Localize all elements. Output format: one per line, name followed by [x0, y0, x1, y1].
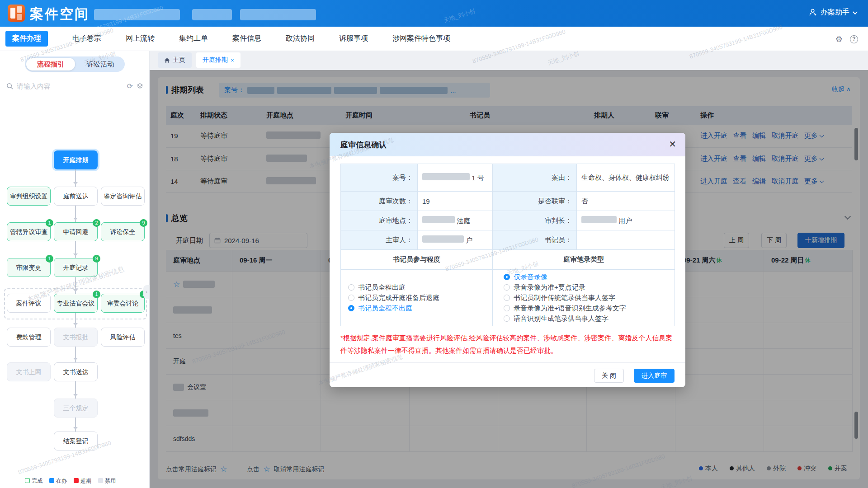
search-input[interactable]	[17, 82, 123, 90]
live-broadcast-warning: *根据规定,案件庭审直播需要进行风险评估,经风险评估较高的案件、涉敏感案件、涉密…	[340, 332, 675, 357]
flow-label: 开庭记录	[63, 264, 89, 271]
case-no-label: 案号：	[341, 164, 418, 192]
info-row: 主审人： 户 书记员：	[341, 230, 675, 250]
workspace-tabs: 主页 开庭排期 ×	[158, 52, 241, 69]
joint-trial-value: 否	[577, 192, 675, 211]
redacted-header-text	[192, 9, 232, 20]
search-icon	[6, 83, 13, 89]
radio-av-plus-notes[interactable]: 录音录像为准+要点记录	[504, 282, 670, 293]
flow-fengxian-pinggu[interactable]: 风险评估	[101, 328, 145, 347]
radio-av-only[interactable]: 仅录音录像	[504, 272, 670, 282]
flow-arrow	[75, 347, 76, 362]
dialog-title: 庭审信息确认	[340, 140, 387, 150]
redacted-header-text	[240, 9, 316, 20]
clerk-value	[577, 230, 675, 250]
radio-icon	[348, 284, 354, 291]
info-row: 庭审次数： 19 是否联审： 否	[341, 192, 675, 211]
chief-judge-label: 主审人：	[341, 230, 418, 250]
close-button[interactable]: 关 闭	[594, 369, 624, 383]
enter-hearing-button[interactable]: 进入庭审	[634, 369, 675, 383]
top-header: 案件空间 办案助手	[0, 0, 868, 27]
nav-political-legal[interactable]: 政法协同	[286, 34, 315, 43]
joint-trial-label: 是否联审：	[493, 192, 577, 211]
flow-label: 专业法官会议	[57, 300, 95, 307]
dialog-header: 庭审信息确认	[330, 133, 685, 156]
flow-shenqing-huibi[interactable]: 申请回避 2	[54, 222, 98, 241]
flow-faguan-huiyi[interactable]: 专业法官会议 1	[54, 294, 98, 313]
flow-kaiting-paiqi[interactable]: 开庭排期	[54, 150, 98, 169]
presiding-judge-label: 审判长：	[493, 211, 577, 230]
chevron-down-icon	[853, 9, 858, 14]
flow-arrow	[75, 206, 76, 222]
tab-kaiting-paiqi[interactable]: 开庭排期 ×	[196, 52, 241, 68]
radio-av-plus-speech-text[interactable]: 录音录像为准+语音识别生成参考文字	[504, 303, 670, 314]
tab-home[interactable]: 主页	[158, 52, 192, 68]
flow-shenxian-biangeng[interactable]: 审限变更 1	[7, 258, 51, 277]
close-icon[interactable]: ✕	[669, 139, 676, 149]
radio-icon	[504, 284, 510, 291]
sidebar: 流程指引 诉讼活动 ⟳ 开庭排期 审判组织设置 庭前送达 鉴定咨询评估 管辖异议…	[0, 51, 150, 488]
flow-kaiting-jilu[interactable]: 开庭记录 9	[54, 258, 98, 277]
radio-icon	[504, 315, 510, 322]
nav-internet-cases[interactable]: 涉网案件特色事项	[392, 34, 450, 43]
flow-sange-guiding[interactable]: 三个规定	[54, 399, 98, 418]
flow-guanxia-yiyi[interactable]: 管辖异议审查 1	[7, 222, 51, 241]
assistant-menu[interactable]: 办案助手	[809, 8, 856, 17]
radio-clerk-leave-after-prep[interactable]: 书记员完成开庭准备后退庭	[348, 293, 488, 303]
hearing-times-label: 庭审次数：	[341, 192, 418, 211]
nav-case-info[interactable]: 案件信息	[232, 34, 261, 43]
count-badge: 1	[93, 291, 100, 298]
flow-anjian-pingyi[interactable]: 案件评议	[7, 294, 51, 313]
tab-current-label: 开庭排期	[203, 56, 228, 64]
nav-e-dossier[interactable]: 电子卷宗	[72, 34, 101, 43]
nav-case-handling[interactable]: 案件办理	[5, 31, 48, 47]
tab-process-guide[interactable]: 流程指引	[26, 58, 75, 70]
nav-online-transfer[interactable]: 网上流转	[126, 34, 155, 43]
sidebar-search: ⟳	[0, 76, 150, 96]
sidebar-toggle: 流程指引 诉讼活动	[25, 56, 125, 72]
participation-header: 书记员参与程度	[341, 250, 493, 270]
flow-arrow	[75, 169, 76, 187]
info-row: 案号： 1 号 案由： 生命权、身体权、健康权纠纷	[341, 164, 675, 192]
tab-home-label: 主页	[173, 56, 185, 64]
chief-judge-value: 户	[418, 230, 493, 250]
layers-icon[interactable]	[137, 83, 143, 89]
settings-gear-icon[interactable]: ⚙	[835, 34, 843, 44]
redacted-host	[422, 235, 464, 243]
redacted-header-text	[94, 9, 180, 20]
flow-wenshu-baopi[interactable]: 文书报批	[54, 328, 98, 347]
flow-wenshu-shangwang[interactable]: 文书上网	[7, 362, 51, 381]
count-badge: 1	[46, 219, 53, 227]
flow-status-legend: 完成 在办 超期 禁用	[25, 477, 116, 485]
sidebar-collapse-handle[interactable]: ‹	[143, 285, 150, 299]
hearing-place-value: 法庭	[418, 211, 493, 230]
assistant-label: 办案助手	[821, 8, 849, 17]
radio-speech-transcript[interactable]: 语音识别生成笔录供当事人签字	[504, 314, 670, 324]
flow-label: 审限变更	[16, 264, 42, 271]
hearing-info-table: 案号： 1 号 案由： 生命权、身体权、健康权纠纷 庭审次数： 19 是否联审：…	[340, 164, 675, 326]
case-no-value: 1 号	[418, 164, 493, 192]
flow-jiean-dengji[interactable]: 结案登记	[54, 432, 98, 450]
flow-shenpan-zuzhi[interactable]: 审判组织设置	[7, 187, 51, 206]
help-icon[interactable]: ?	[850, 35, 858, 43]
tab-litigation-activity[interactable]: 诉讼活动	[76, 56, 125, 72]
radio-clerk-full-attend[interactable]: 书记员全程出庭	[348, 282, 488, 293]
presiding-judge-value: 用户	[577, 211, 675, 230]
flow-tingqian-songda[interactable]: 庭前送达	[54, 187, 98, 206]
nav-work-orders[interactable]: 集约工单	[179, 34, 208, 43]
tab-close-icon[interactable]: ×	[231, 57, 234, 64]
refresh-icon[interactable]: ⟳	[127, 82, 133, 90]
radio-clerk-absent[interactable]: 书记员全程不出庭	[348, 303, 488, 314]
record-type-header: 庭审笔录类型	[493, 250, 675, 270]
flow-arrow	[75, 241, 76, 258]
flow-wenshu-songda[interactable]: 文书送达	[54, 362, 98, 381]
flow-shenwei-taolun[interactable]: 审委会讨论 1	[101, 294, 145, 313]
home-icon	[164, 57, 170, 63]
radio-icon	[504, 295, 510, 301]
flow-jianding-pinggu[interactable]: 鉴定咨询评估	[101, 187, 145, 206]
flow-susong-baoquan[interactable]: 诉讼保全 9	[101, 222, 145, 241]
flow-feikuan-guanli[interactable]: 费款管理	[7, 328, 51, 347]
radio-traditional-transcript[interactable]: 书记员制作传统笔录供当事人签字	[504, 293, 670, 303]
nav-litigation-service[interactable]: 诉服事项	[339, 34, 368, 43]
flow-label: 诉讼保全	[110, 228, 136, 235]
